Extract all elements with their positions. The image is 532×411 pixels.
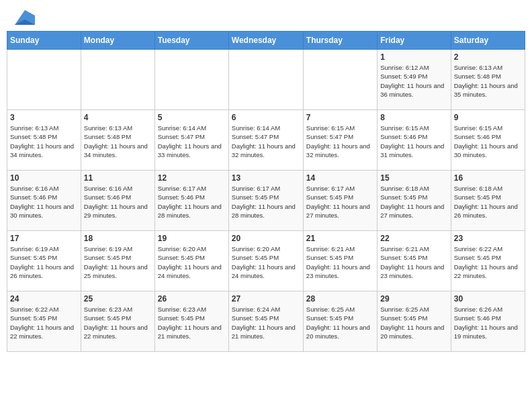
day-info: Sunrise: 6:26 AM Sunset: 5:46 PM Dayligh… [454,305,522,340]
calendar-cell: 18Sunrise: 6:19 AM Sunset: 5:45 PM Dayli… [81,231,154,291]
weekday-monday: Monday [81,32,154,50]
day-info: Sunrise: 6:23 AM Sunset: 5:45 PM Dayligh… [158,305,226,340]
weekday-friday: Friday [378,32,451,50]
day-info: Sunrise: 6:14 AM Sunset: 5:47 PM Dayligh… [158,124,226,159]
day-number: 8 [380,113,447,122]
day-number: 23 [454,234,522,243]
day-info: Sunrise: 6:23 AM Sunset: 5:45 PM Dayligh… [84,305,152,340]
day-number: 29 [380,294,447,304]
calendar-cell: 2Sunrise: 6:13 AM Sunset: 5:48 PM Daylig… [451,50,525,110]
day-info: Sunrise: 6:19 AM Sunset: 5:45 PM Dayligh… [84,244,152,280]
week-row-5: 24Sunrise: 6:22 AM Sunset: 5:45 PM Dayli… [7,291,525,352]
day-number: 13 [232,173,300,183]
calendar-cell: 4Sunrise: 6:13 AM Sunset: 5:48 PM Daylig… [81,110,154,171]
day-info: Sunrise: 6:22 AM Sunset: 5:45 PM Dayligh… [10,305,78,340]
day-info: Sunrise: 6:20 AM Sunset: 5:45 PM Dayligh… [232,244,300,280]
day-info: Sunrise: 6:17 AM Sunset: 5:45 PM Dayligh… [232,184,300,220]
day-number: 22 [380,234,447,243]
weekday-header-row: SundayMondayTuesdayWednesdayThursdayFrid… [7,32,525,50]
calendar-cell: 28Sunrise: 6:25 AM Sunset: 5:45 PM Dayli… [303,291,377,352]
calendar-cell: 11Sunrise: 6:16 AM Sunset: 5:46 PM Dayli… [81,171,154,231]
day-info: Sunrise: 6:16 AM Sunset: 5:46 PM Dayligh… [84,184,152,220]
day-number: 9 [454,113,522,122]
day-info: Sunrise: 6:17 AM Sunset: 5:46 PM Dayligh… [158,184,226,220]
calendar-cell: 1Sunrise: 6:12 AM Sunset: 5:49 PM Daylig… [378,50,451,110]
day-info: Sunrise: 6:13 AM Sunset: 5:48 PM Dayligh… [84,124,152,159]
day-number: 10 [10,173,78,183]
day-info: Sunrise: 6:22 AM Sunset: 5:45 PM Dayligh… [454,244,522,280]
weekday-wednesday: Wednesday [228,32,303,50]
week-row-1: 1Sunrise: 6:12 AM Sunset: 5:49 PM Daylig… [7,50,525,110]
day-number: 27 [232,294,300,304]
weekday-thursday: Thursday [303,32,377,50]
day-info: Sunrise: 6:20 AM Sunset: 5:45 PM Dayligh… [158,244,226,280]
calendar-cell: 29Sunrise: 6:25 AM Sunset: 5:45 PM Dayli… [378,291,451,352]
calendar-cell [154,50,228,110]
week-row-2: 3Sunrise: 6:13 AM Sunset: 5:48 PM Daylig… [7,110,525,171]
calendar-cell: 14Sunrise: 6:17 AM Sunset: 5:45 PM Dayli… [303,171,377,231]
calendar-cell: 20Sunrise: 6:20 AM Sunset: 5:45 PM Dayli… [228,231,303,291]
day-info: Sunrise: 6:25 AM Sunset: 5:45 PM Dayligh… [306,305,374,340]
calendar-cell: 6Sunrise: 6:14 AM Sunset: 5:47 PM Daylig… [228,110,303,171]
calendar-cell: 19Sunrise: 6:20 AM Sunset: 5:45 PM Dayli… [154,231,228,291]
calendar-cell: 9Sunrise: 6:15 AM Sunset: 5:46 PM Daylig… [451,110,525,171]
day-number: 11 [84,173,152,183]
calendar-cell: 10Sunrise: 6:16 AM Sunset: 5:46 PM Dayli… [7,171,81,231]
weekday-saturday: Saturday [451,32,525,50]
day-info: Sunrise: 6:13 AM Sunset: 5:48 PM Dayligh… [10,124,78,159]
day-info: Sunrise: 6:15 AM Sunset: 5:46 PM Dayligh… [454,124,522,159]
day-number: 20 [232,234,300,243]
logo [13,10,35,22]
calendar-cell [303,50,377,110]
calendar-cell: 5Sunrise: 6:14 AM Sunset: 5:47 PM Daylig… [154,110,228,171]
day-number: 30 [454,294,522,304]
week-row-3: 10Sunrise: 6:16 AM Sunset: 5:46 PM Dayli… [7,171,525,231]
day-number: 26 [158,294,226,304]
week-row-4: 17Sunrise: 6:19 AM Sunset: 5:45 PM Dayli… [7,231,525,291]
day-number: 24 [10,294,78,304]
day-info: Sunrise: 6:12 AM Sunset: 5:49 PM Dayligh… [380,63,447,99]
calendar-cell: 12Sunrise: 6:17 AM Sunset: 5:46 PM Dayli… [154,171,228,231]
day-number: 5 [158,113,226,122]
weekday-sunday: Sunday [7,32,81,50]
calendar-cell: 3Sunrise: 6:13 AM Sunset: 5:48 PM Daylig… [7,110,81,171]
day-info: Sunrise: 6:24 AM Sunset: 5:45 PM Dayligh… [232,305,300,340]
day-info: Sunrise: 6:17 AM Sunset: 5:45 PM Dayligh… [306,184,374,220]
calendar-cell: 30Sunrise: 6:26 AM Sunset: 5:46 PM Dayli… [451,291,525,352]
day-info: Sunrise: 6:13 AM Sunset: 5:48 PM Dayligh… [454,63,522,99]
calendar-cell: 15Sunrise: 6:18 AM Sunset: 5:45 PM Dayli… [378,171,451,231]
day-number: 6 [232,113,300,122]
day-info: Sunrise: 6:21 AM Sunset: 5:45 PM Dayligh… [380,244,447,280]
calendar-cell [7,50,81,110]
calendar-cell: 7Sunrise: 6:15 AM Sunset: 5:47 PM Daylig… [303,110,377,171]
day-number: 25 [84,294,152,304]
day-number: 16 [454,173,522,183]
calendar: SundayMondayTuesdayWednesdayThursdayFrid… [7,31,525,352]
day-number: 4 [84,113,152,122]
calendar-cell [81,50,154,110]
header [7,7,525,26]
day-number: 2 [454,52,522,62]
day-info: Sunrise: 6:21 AM Sunset: 5:45 PM Dayligh… [306,244,374,280]
day-number: 3 [10,113,78,122]
day-info: Sunrise: 6:16 AM Sunset: 5:46 PM Dayligh… [10,184,78,220]
calendar-cell: 13Sunrise: 6:17 AM Sunset: 5:45 PM Dayli… [228,171,303,231]
day-number: 21 [306,234,374,243]
calendar-cell: 21Sunrise: 6:21 AM Sunset: 5:45 PM Dayli… [303,231,377,291]
weekday-tuesday: Tuesday [154,32,228,50]
calendar-cell: 17Sunrise: 6:19 AM Sunset: 5:45 PM Dayli… [7,231,81,291]
day-number: 28 [306,294,374,304]
day-info: Sunrise: 6:18 AM Sunset: 5:45 PM Dayligh… [380,184,447,220]
calendar-cell: 22Sunrise: 6:21 AM Sunset: 5:45 PM Dayli… [378,231,451,291]
calendar-cell: 25Sunrise: 6:23 AM Sunset: 5:45 PM Dayli… [81,291,154,352]
day-info: Sunrise: 6:19 AM Sunset: 5:45 PM Dayligh… [10,244,78,280]
calendar-cell [228,50,303,110]
day-number: 7 [306,113,374,122]
calendar-cell: 8Sunrise: 6:15 AM Sunset: 5:46 PM Daylig… [378,110,451,171]
day-number: 17 [10,234,78,243]
day-info: Sunrise: 6:14 AM Sunset: 5:47 PM Dayligh… [232,124,300,159]
day-number: 14 [306,173,374,183]
calendar-cell: 26Sunrise: 6:23 AM Sunset: 5:45 PM Dayli… [154,291,228,352]
day-number: 15 [380,173,447,183]
logo-icon [15,10,35,25]
